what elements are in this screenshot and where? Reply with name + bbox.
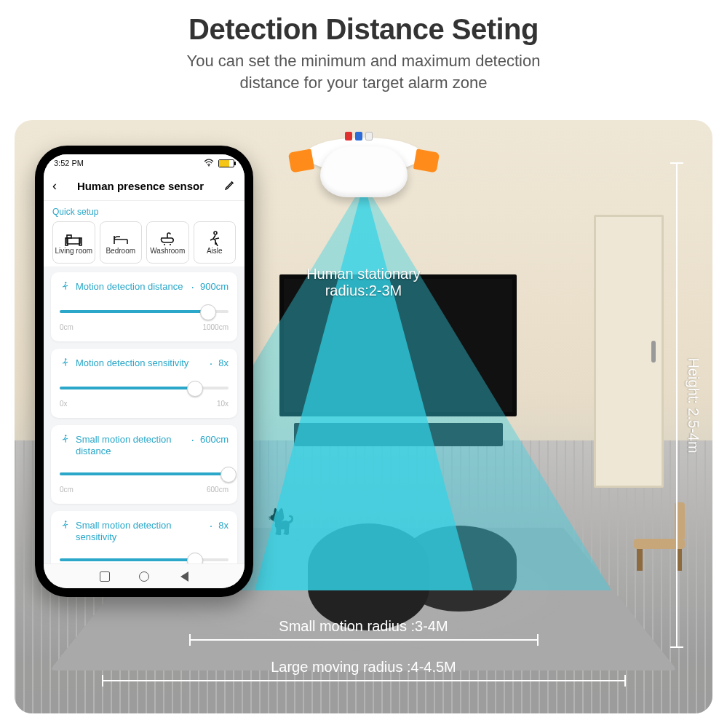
setting-card: Motion detection distance · 900cm 0cm 10… bbox=[51, 272, 237, 341]
svg-point-6 bbox=[65, 282, 66, 283]
running-icon bbox=[60, 520, 70, 531]
preset-label: Bedroom bbox=[106, 247, 135, 255]
terminal-white bbox=[365, 132, 373, 141]
mount-clip-right bbox=[413, 149, 439, 173]
edit-button[interactable] bbox=[224, 179, 236, 193]
slider-min: 0cm bbox=[60, 323, 74, 331]
slider[interactable] bbox=[60, 467, 229, 483]
setting-name: Small motion detection sensitivity bbox=[76, 520, 204, 542]
settings-cards: Motion detection distance · 900cm 0cm 10… bbox=[44, 266, 245, 588]
setting-value: 8x bbox=[218, 520, 229, 531]
setting-card: Motion detection sensitivity · 8x 0x 10x bbox=[51, 349, 237, 418]
setting-card: Small motion detection distance · 600cm … bbox=[51, 425, 237, 504]
height-ruler: Height: 2.5-4m bbox=[676, 162, 678, 648]
status-time: 3:52 PM bbox=[54, 159, 84, 167]
page-subtitle: You can set the minimum and maximum dete… bbox=[0, 50, 727, 93]
preset-living-room[interactable]: Living room bbox=[52, 221, 95, 264]
small-motion-range: Small motion radius :3-4M bbox=[189, 618, 539, 641]
back-button[interactable]: ‹ bbox=[52, 178, 57, 194]
setting-value: 900cm bbox=[200, 281, 229, 292]
running-icon bbox=[60, 434, 70, 446]
setting-name: Small motion detection distance bbox=[76, 434, 186, 456]
wifi-icon bbox=[204, 159, 214, 168]
slider[interactable] bbox=[60, 381, 229, 397]
running-icon bbox=[60, 357, 70, 369]
slider-min: 0cm bbox=[60, 486, 74, 494]
svg-point-9 bbox=[65, 521, 66, 522]
app-bar: ‹ Human presence sensor bbox=[44, 172, 245, 201]
terminal-red bbox=[345, 132, 352, 141]
slider-min: 0x bbox=[60, 400, 68, 408]
phone-mockup: 3:52 PM ‹ Human presence sensor Quick se… bbox=[35, 146, 253, 597]
svg-rect-1 bbox=[67, 238, 80, 244]
slider-max: 10x bbox=[217, 400, 229, 408]
setting-sep: · bbox=[191, 281, 194, 294]
large-moving-range: Large moving radius :4-4.5M bbox=[102, 659, 626, 681]
slider-max: 600cm bbox=[207, 486, 229, 494]
small-motion-label: Small motion radius :3-4M bbox=[279, 618, 448, 634]
preset-aisle[interactable]: Aisle bbox=[194, 221, 237, 264]
status-bar: 3:52 PM bbox=[44, 154, 245, 172]
setting-value: 8x bbox=[218, 357, 229, 368]
preset-label: Washroom bbox=[150, 247, 185, 255]
subtitle-line-2: distance for your target alarm zone bbox=[240, 74, 488, 92]
nav-back-icon[interactable] bbox=[178, 571, 188, 582]
battery-icon bbox=[218, 159, 234, 167]
large-moving-label: Large moving radius :4-4.5M bbox=[271, 659, 456, 675]
slider[interactable] bbox=[60, 304, 229, 320]
nav-home-icon[interactable] bbox=[139, 571, 149, 582]
setting-sep: · bbox=[191, 434, 194, 447]
preset-washroom[interactable]: Washroom bbox=[146, 221, 189, 264]
preset-label: Living room bbox=[55, 247, 92, 255]
mount-clip-left bbox=[287, 149, 314, 173]
slider-max: 1000cm bbox=[202, 323, 229, 331]
svg-point-8 bbox=[65, 435, 66, 436]
setting-name: Motion detection sensitivity bbox=[76, 357, 204, 369]
setting-value: 600cm bbox=[200, 434, 229, 445]
setting-sep: · bbox=[210, 520, 212, 533]
subtitle-line-1: You can set the minimum and maximum dete… bbox=[187, 52, 541, 70]
setting-sep: · bbox=[210, 357, 212, 371]
svg-point-5 bbox=[214, 232, 217, 234]
height-label: Height: 2.5-4m bbox=[685, 357, 702, 453]
detection-beam-inner bbox=[255, 183, 473, 590]
running-icon bbox=[60, 281, 70, 293]
page-title: Detection Distance Seting bbox=[0, 13, 727, 46]
android-nav-bar bbox=[44, 563, 245, 588]
quick-setup-label: Quick setup bbox=[52, 207, 236, 217]
ceiling-sensor bbox=[298, 133, 429, 199]
preset-bedroom[interactable]: Bedroom bbox=[100, 221, 143, 264]
stationary-radius-label: Human stationary radius:2-3M bbox=[306, 266, 421, 299]
nav-recent-icon[interactable] bbox=[100, 571, 110, 582]
quick-setup: Quick setup Living room Bedroom Washroom… bbox=[44, 201, 245, 266]
screen-title: Human presence sensor bbox=[77, 180, 204, 192]
header: Detection Distance Seting You can set th… bbox=[0, 0, 727, 100]
svg-point-7 bbox=[65, 358, 66, 360]
svg-point-0 bbox=[208, 165, 210, 166]
terminal-blue bbox=[355, 132, 362, 141]
preset-label: Aisle bbox=[207, 247, 223, 255]
setting-name: Motion detection distance bbox=[76, 281, 186, 293]
